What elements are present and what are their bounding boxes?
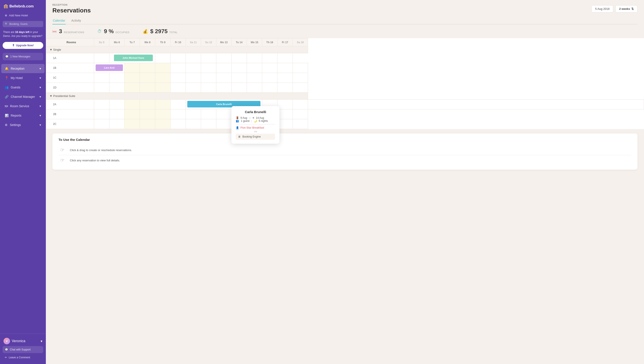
cell-1b-fr17[interactable] [278, 63, 293, 73]
cell-1d-we15[interactable] [247, 83, 262, 92]
cell-1c-we8[interactable] [140, 73, 155, 83]
cell-2b-mo13[interactable] [216, 110, 232, 119]
add-hotel-button[interactable]: ⊕ Add New Hotel [2, 12, 43, 19]
cell-2c-mo13[interactable] [216, 119, 232, 129]
cell-2c-fr17[interactable] [278, 119, 293, 129]
cell-2a-tu7[interactable] [125, 100, 140, 110]
cell-2a-sa18[interactable] [308, 100, 644, 110]
cell-1d-tu14[interactable] [232, 83, 247, 92]
cell-2b-we8[interactable] [140, 110, 155, 119]
cell-1b-we8[interactable] [140, 63, 155, 73]
cell-1d-sa18[interactable] [293, 83, 308, 92]
cell-1d-sa11[interactable] [186, 83, 201, 92]
sidebar-item-reports[interactable]: 📊 Reports ▾ [1, 111, 44, 120]
cell-2b-mo6[interactable] [109, 110, 125, 119]
cell-1b-sa18[interactable] [293, 63, 308, 73]
cell-2c-we8[interactable] [140, 119, 155, 129]
cell-2a-su5[interactable] [94, 100, 109, 110]
calendar-container[interactable]: Rooms Su 5 Mo 6 Tu 7 We 8 Th 9 Fr 10 Sa … [46, 38, 644, 364]
cell-2a-sa11[interactable]: Carla Brunelli Carla Brunelli 🚪 9 Aug → … [186, 100, 262, 110]
cell-2b-sa18[interactable] [293, 110, 308, 119]
cell-1d-su5[interactable] [94, 83, 109, 92]
cell-1d-tu7[interactable] [125, 83, 140, 92]
cell-1d-fr10[interactable] [170, 83, 186, 92]
cell-2c-su12[interactable] [201, 119, 216, 129]
cell-1b-th16[interactable] [262, 63, 278, 73]
cell-1c-fr10[interactable] [170, 73, 186, 83]
cell-1d-su12[interactable] [201, 83, 216, 92]
cell-1c-th16[interactable] [262, 73, 278, 83]
cell-2c-sa18[interactable] [293, 119, 308, 129]
cell-1a-th16[interactable] [247, 53, 262, 63]
cell-2a-fr10[interactable] [170, 100, 186, 110]
cell-1d-mo13[interactable] [216, 83, 232, 92]
sidebar-item-guests[interactable]: 👥 Guests ▾ [1, 83, 44, 92]
date-picker-button[interactable]: 5 Aug 2018 [592, 5, 613, 12]
cell-1b-fr10[interactable] [170, 63, 186, 73]
chat-support-button[interactable]: 💬 Chat with Support [2, 346, 43, 353]
cell-1c-su12[interactable] [201, 73, 216, 83]
user-menu[interactable]: V Veronica ▾ [2, 336, 43, 346]
cell-1a-fr17[interactable] [262, 53, 278, 63]
cell-1c-mo13[interactable] [216, 73, 232, 83]
tab-activity[interactable]: Activity [71, 17, 82, 24]
search-input[interactable]: 🔍 Booking, Guest, [2, 21, 43, 27]
cell-1a-su5[interactable] [94, 53, 109, 63]
cell-1d-we8[interactable] [140, 83, 155, 92]
sidebar-item-my-hotel[interactable]: 📍 My Hotel ▾ [1, 73, 44, 82]
cell-2b-su12[interactable] [201, 110, 216, 119]
cell-1b-tu14[interactable] [232, 63, 247, 73]
cell-1c-mo6[interactable] [109, 73, 125, 83]
leave-comment-button[interactable]: ✏ Leave a Comment [2, 354, 43, 361]
cell-1a-fr10[interactable] [155, 53, 170, 63]
cell-1c-th9[interactable] [155, 73, 170, 83]
reservation-john-kane[interactable]: John Michael Kane [114, 54, 153, 61]
cell-1d-mo6[interactable] [109, 83, 125, 92]
cell-2b-fr17[interactable] [278, 110, 293, 119]
cell-1b-tu7[interactable] [125, 63, 140, 73]
cell-1c-we15[interactable] [247, 73, 262, 83]
cell-1b-mo13[interactable] [216, 63, 232, 73]
cell-1d-th9[interactable] [155, 83, 170, 92]
cell-1c-su5[interactable] [94, 73, 109, 83]
cell-2c-mo6[interactable] [109, 119, 125, 129]
sidebar-item-room-service[interactable]: 🍽 Room Service ▾ [1, 102, 44, 111]
cell-2b-tu7[interactable] [125, 110, 140, 119]
cell-2c-sa11[interactable] [186, 119, 201, 129]
cell-2c-tu7[interactable] [125, 119, 140, 129]
cell-2a-th9[interactable] [155, 100, 170, 110]
cell-1b-we15[interactable] [247, 63, 262, 73]
cell-1b-su12[interactable] [201, 63, 216, 73]
cell-1a-mo13[interactable] [201, 53, 216, 63]
weeks-selector[interactable]: 2 weeks ⇅ [616, 5, 638, 12]
cell-1b-su5[interactable]: Lars And [94, 63, 125, 73]
cell-1a-tu14[interactable] [216, 53, 232, 63]
cell-1b-th9[interactable] [155, 63, 170, 73]
cell-2a-mo6[interactable] [109, 100, 125, 110]
cell-2b-su5[interactable] [94, 110, 109, 119]
cell-1a-mo6[interactable]: John Michael Kane [109, 53, 155, 63]
cell-1c-tu7[interactable] [125, 73, 140, 83]
cell-2c-th9[interactable] [155, 119, 170, 129]
cell-1a-we15[interactable] [232, 53, 247, 63]
messages-button[interactable]: 💬 1 New Messages [2, 53, 43, 60]
cell-1a-sa11[interactable] [170, 53, 186, 63]
cell-1d-fr17[interactable] [278, 83, 293, 92]
cell-1c-sa11[interactable] [186, 73, 201, 83]
cell-1a-su12[interactable] [186, 53, 201, 63]
cell-2b-th9[interactable] [155, 110, 170, 119]
tab-calendar[interactable]: Calendar [52, 17, 66, 24]
cell-2a-we8[interactable] [140, 100, 155, 110]
cell-2a-fr17[interactable] [293, 100, 308, 110]
cell-1a-sa18[interactable] [278, 53, 293, 63]
cell-2b-fr10[interactable] [170, 110, 186, 119]
upgrade-button[interactable]: 🎖 Upgrade Now! [2, 42, 43, 49]
sidebar-item-channel-manager[interactable]: 🔗 Channel Manager ▾ [1, 92, 44, 101]
sidebar-item-reception[interactable]: 🔔 Reception ▾ [1, 64, 44, 73]
cell-1c-sa18[interactable] [293, 73, 308, 83]
sidebar-item-settings[interactable]: ⚙ Settings ▾ [1, 120, 44, 130]
cell-2c-fr10[interactable] [170, 119, 186, 129]
cell-1d-th16[interactable] [262, 83, 278, 92]
cell-1b-sa11[interactable] [186, 63, 201, 73]
cell-1c-fr17[interactable] [278, 73, 293, 83]
